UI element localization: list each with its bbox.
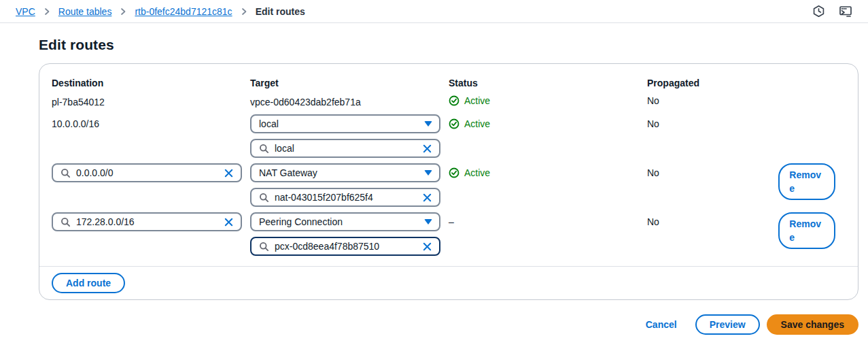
column-header-propagated: Propagated [647, 76, 778, 90]
remove-route-button[interactable]: Remove [778, 163, 835, 200]
target-type-select[interactable]: local [250, 114, 440, 133]
cancel-button[interactable]: Cancel [646, 319, 677, 330]
clear-icon[interactable] [224, 217, 234, 227]
save-changes-button[interactable]: Save changes [767, 314, 858, 335]
cloudshell-icon[interactable] [839, 5, 853, 18]
destination-search-input[interactable]: 0.0.0.0/0 [52, 163, 242, 182]
target-value: vpce-0d60423dab2feb71a [250, 95, 449, 109]
column-header-status: Status [449, 76, 647, 90]
destination-value: 10.0.0.0/16 [52, 114, 250, 133]
route-row-2: 10.0.0.0/16 local local [52, 114, 846, 158]
target-search-value: nat-043015f207bf625f4 [275, 192, 373, 203]
status-success-icon [449, 167, 459, 178]
status-label: Active [464, 95, 490, 106]
destination-value: pl-7ba54012 [52, 95, 250, 109]
clear-icon[interactable] [224, 168, 234, 178]
clear-icon[interactable] [422, 193, 432, 203]
status-success-icon [449, 95, 459, 106]
target-search-input-focused[interactable]: pcx-0cd8eea4f78b87510 [250, 237, 440, 256]
propagated-value: No [647, 212, 778, 231]
search-icon [60, 217, 71, 227]
status-success-icon [449, 118, 459, 129]
chevron-right-icon [240, 7, 248, 16]
route-row-3: 0.0.0.0/0 NAT Gateway [52, 163, 846, 207]
destination-search-value: 172.28.0.0/16 [76, 216, 135, 227]
breadcrumb-link-vpc[interactable]: VPC [16, 6, 35, 17]
route-row-1: pl-7ba54012 vpce-0d60423dab2feb71a Activ… [52, 95, 846, 109]
breadcrumb-current: Edit routes [256, 6, 305, 17]
status-empty: – [449, 212, 647, 231]
target-search-input[interactable]: nat-043015f207bf625f4 [250, 188, 440, 207]
selected-target-type: local [259, 118, 279, 129]
breadcrumb: VPC Route tables rtb-0fefc24bd7121c81c E… [16, 6, 305, 17]
chevron-right-icon [43, 7, 51, 16]
top-bar: VPC Route tables rtb-0fefc24bd7121c81c E… [0, 0, 868, 23]
destination-search-input[interactable]: 172.28.0.0/16 [52, 212, 242, 231]
breadcrumb-link-route-tables[interactable]: Route tables [58, 6, 112, 17]
status-label: Active [464, 167, 490, 178]
page-content: Edit routes Destination Target Status Pr… [0, 37, 868, 335]
chevron-right-icon [119, 7, 127, 16]
chevron-down-icon [424, 170, 432, 176]
search-icon [259, 193, 269, 203]
destination-search-value: 0.0.0.0/0 [76, 167, 114, 178]
table-header-row: Destination Target Status Propagated [52, 76, 846, 90]
preview-button[interactable]: Preview [695, 314, 760, 335]
status-label: – [449, 216, 454, 227]
propagated-value: No [647, 114, 778, 133]
target-search-value: local [275, 143, 294, 154]
status-active: Active [449, 163, 647, 182]
target-type-select[interactable]: NAT Gateway [250, 163, 440, 182]
target-search-value: pcx-0cd8eea4f78b87510 [275, 241, 379, 252]
edit-routes-card: Destination Target Status Propagated pl-… [39, 63, 858, 300]
form-actions: Cancel Preview Save changes [39, 314, 858, 335]
selected-target-type: NAT Gateway [259, 167, 317, 178]
status-label: Active [464, 118, 490, 129]
page-title: Edit routes [39, 37, 868, 53]
propagated-value: No [647, 163, 778, 182]
search-icon [259, 144, 269, 154]
chevron-down-icon [424, 121, 432, 127]
target-type-select[interactable]: Peering Connection [250, 212, 440, 231]
search-icon [60, 168, 71, 178]
clear-icon[interactable] [422, 144, 432, 154]
card-footer: Add route [39, 266, 858, 299]
status-active: Active [449, 114, 647, 133]
add-route-button[interactable]: Add route [52, 273, 125, 293]
remove-route-button[interactable]: Remove [778, 212, 835, 249]
selected-target-type: Peering Connection [259, 216, 343, 227]
status-active: Active [449, 95, 647, 106]
target-search-input[interactable]: local [250, 139, 440, 158]
breadcrumb-link-route-table-id[interactable]: rtb-0fefc24bd7121c81c [135, 6, 232, 17]
chevron-down-icon [424, 219, 432, 225]
clear-icon[interactable] [422, 242, 432, 252]
route-row-4: 172.28.0.0/16 Peering Connection [52, 212, 846, 256]
search-icon [259, 242, 269, 252]
topbar-icons [812, 5, 853, 18]
propagated-value: No [647, 95, 778, 106]
column-header-target: Target [250, 76, 449, 90]
column-header-destination: Destination [52, 76, 250, 90]
history-icon[interactable] [812, 5, 825, 18]
